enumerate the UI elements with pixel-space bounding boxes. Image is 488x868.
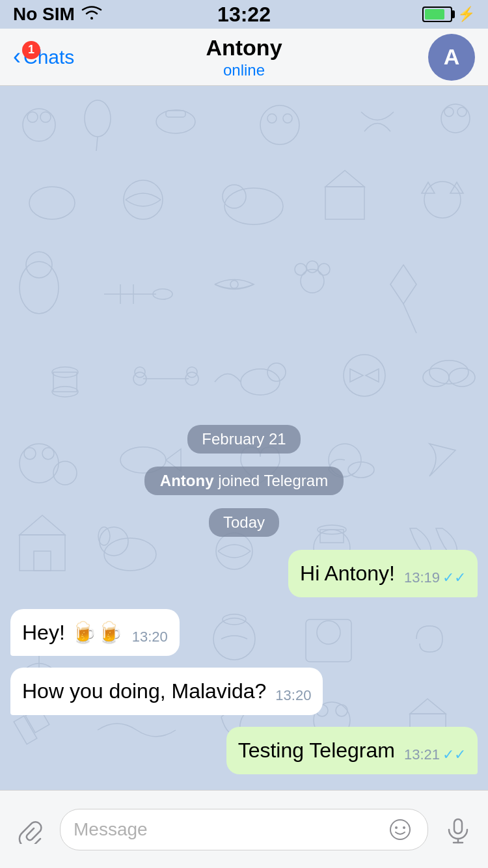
message-row-sent-2: Testing Telegram 13:21 ✓✓: [10, 727, 478, 774]
bubble-meta-sent-1: 13:19 ✓✓: [404, 568, 466, 588]
bubble-time-received-1: 13:20: [132, 627, 168, 647]
bubble-received-1: Hey! 🍺🍺 13:20: [10, 609, 180, 657]
nav-bar: 1 ‹ Chats Antony online A: [0, 29, 488, 86]
nav-center: Antony online: [206, 34, 282, 79]
today-badge: Today: [209, 508, 279, 537]
system-message: Antony joined Telegram: [144, 467, 344, 495]
bubble-text-sent-2: Testing Telegram: [238, 736, 395, 765]
message-row-sent-1: Hi Antony! 13:19 ✓✓: [10, 550, 478, 597]
contact-name: Antony: [206, 34, 282, 61]
bubble-meta-sent-2: 13:21 ✓✓: [404, 745, 466, 765]
svg-point-92: [390, 820, 410, 839]
message-placeholder: Message: [74, 819, 378, 840]
bubble-time-sent-2: 13:21: [404, 745, 440, 765]
bubble-text-sent-1: Hi Antony!: [300, 559, 395, 588]
carrier-label: No SIM: [13, 4, 75, 25]
message-row-received-1: Hey! 🍺🍺 13:20: [10, 609, 478, 657]
svg-point-93: [395, 826, 398, 829]
mic-button[interactable]: [439, 810, 478, 849]
back-chevron-icon: ‹: [13, 45, 21, 68]
status-bar: No SIM 13:22 ⚡: [0, 0, 488, 29]
attachment-button[interactable]: [10, 810, 49, 849]
back-button[interactable]: 1 ‹ Chats: [13, 46, 74, 68]
svg-rect-95: [454, 819, 462, 834]
bubble-meta-received-2: 13:20: [275, 686, 311, 706]
bubble-time-sent-1: 13:19: [404, 568, 440, 588]
status-right: ⚡: [345, 6, 475, 23]
avatar[interactable]: A: [428, 34, 475, 81]
status-time: 13:22: [217, 3, 271, 27]
bubble-received-2: How you doing, Malavida? 13:20: [10, 668, 323, 715]
wifi-icon: [80, 4, 103, 25]
read-checkmarks-1: ✓✓: [442, 568, 466, 588]
read-checkmarks-2: ✓✓: [442, 745, 466, 765]
bubble-sent-1: Hi Antony! 13:19 ✓✓: [288, 550, 478, 597]
bubble-text-received-1: Hey! 🍺🍺: [22, 618, 123, 647]
back-badge: 1: [22, 41, 40, 59]
date-badge: February 21: [187, 425, 300, 454]
contact-status: online: [206, 61, 282, 79]
chat-messages: February 21 Antony joined Telegram Today…: [0, 86, 488, 790]
bubble-text-received-2: How you doing, Malavida?: [22, 677, 266, 706]
message-input-wrap[interactable]: Message: [60, 809, 428, 850]
emoji-button[interactable]: [386, 815, 414, 844]
bubble-sent-2: Testing Telegram 13:21 ✓✓: [226, 727, 478, 774]
svg-point-94: [403, 826, 405, 829]
status-left: No SIM: [13, 4, 143, 25]
input-bar: Message: [0, 790, 488, 868]
system-message-text: joined Telegram: [213, 472, 328, 489]
system-message-name: Antony: [160, 472, 214, 489]
bubble-time-received-2: 13:20: [275, 686, 311, 706]
bubble-meta-received-1: 13:20: [132, 627, 168, 647]
battery-icon: [422, 7, 452, 22]
message-row-received-2: How you doing, Malavida? 13:20: [10, 668, 478, 715]
charging-icon: ⚡: [457, 6, 475, 23]
